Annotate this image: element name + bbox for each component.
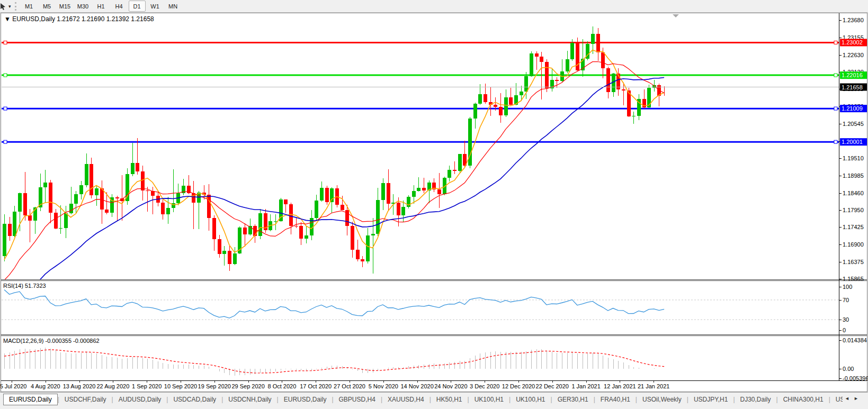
tab-scroll-left-icon[interactable]: ◄ — [843, 393, 852, 401]
date-label: 4 Aug 2020 — [31, 383, 60, 389]
chart-tab-1-usdchf-daily[interactable]: USDCHF,Daily — [59, 394, 112, 405]
price-tick-label: 1.20545 — [843, 121, 864, 127]
chart-tab-15-dj30-daily[interactable]: DJ30,Daily — [735, 394, 776, 405]
chart-canvas[interactable]: ▼ EURUSD,Daily 1.21672 1.21690 1.21392 1… — [0, 0, 868, 409]
rsi-indicator-label: RSI(14) 51.7323 — [3, 283, 46, 289]
hline-anchor[interactable] — [4, 41, 7, 44]
price-tick-label: 1.17950 — [843, 207, 864, 213]
chart-tab-5-eurusd-daily[interactable]: EURUSD,Daily — [279, 394, 332, 405]
date-label: 8 Oct 2020 — [267, 383, 296, 389]
chart-title: ▼ EURUSD,Daily 1.21672 1.21690 1.21392 1… — [4, 15, 154, 23]
macd-indicator-label: MACD(12,26,9) -0.000355 -0.000862 — [3, 338, 100, 344]
chart-tab-4-usdcnh-daily[interactable]: USDCNH,Daily — [223, 394, 276, 405]
date-label: 17 Oct 2020 — [300, 383, 332, 389]
rsi-axis-label: 70 — [843, 297, 849, 303]
chart-tab-16-china300-h1[interactable]: CHINA300,H1 — [778, 394, 829, 405]
chart-tab-6-gbpusd-h4[interactable]: GBPUSD,H4 — [334, 394, 381, 405]
chart-tab-11-ger30-h1[interactable]: GER30,H1 — [552, 394, 594, 405]
price-tick-label: 1.18460 — [843, 190, 864, 196]
chart-tab-14-usdjpy-h1[interactable]: USDJPY,H1 — [688, 394, 733, 405]
price-tag-label: 1.22016 — [842, 72, 863, 78]
date-label: 25 Jul 2020 — [0, 383, 26, 389]
hline-anchor[interactable] — [834, 140, 837, 143]
chart-window — [1, 13, 867, 392]
price-tag-label: 1.20001 — [842, 139, 863, 145]
rsi-axis-label: 30 — [843, 316, 849, 323]
price-tick-label: 1.19510 — [843, 155, 864, 161]
chart-tabs: EURUSD,Daily | USDCHF,Daily | AUDUSD,Dai… — [0, 393, 843, 406]
hline-anchor[interactable] — [4, 140, 7, 143]
hline-anchor[interactable] — [834, 107, 837, 110]
date-label: 12 Jan 2021 — [604, 383, 636, 389]
chart-tab-12-fra40-h1[interactable]: FRA40,H1 — [595, 394, 636, 405]
hline-anchor[interactable] — [834, 41, 837, 44]
price-tick-label: 1.15865 — [843, 276, 864, 282]
chart-tab-7-xauusd-h4[interactable]: XAUUSD,H4 — [382, 394, 429, 405]
hline-anchor[interactable] — [4, 107, 7, 110]
chart-tab-2-audusd-daily[interactable]: AUDUSD,Daily — [113, 394, 167, 405]
date-label: 24 Nov 2020 — [434, 383, 467, 389]
chart-tab-bar: EURUSD,Daily | USDCHF,Daily | AUDUSD,Dai… — [0, 392, 868, 409]
hline-anchor[interactable] — [834, 74, 837, 77]
macd-axis-label: 0.014384 — [843, 337, 867, 343]
date-label: 12 Dec 2020 — [502, 383, 535, 389]
date-label: 5 Nov 2020 — [369, 383, 398, 389]
macd-axis-label: -0.005396 — [843, 375, 868, 381]
date-label: 1 Jan 2021 — [571, 383, 600, 389]
chart-tab-3-usdcad-daily[interactable]: USDCAD,Daily — [168, 394, 221, 405]
rsi-axis-label: 100 — [843, 284, 852, 290]
hline-anchor[interactable] — [4, 74, 7, 77]
price-tick-label: 1.16900 — [843, 241, 864, 248]
price-tick-label: 1.18985 — [843, 172, 864, 179]
price-tick-label: 1.17425 — [843, 224, 864, 230]
chart-tab-9-uk100-h1[interactable]: UK100,H1 — [469, 394, 509, 405]
chart-tab-10-uk100-h1[interactable]: UK100,H1 — [511, 394, 550, 405]
chart-tab-17-usoil-[interactable]: USOil, — [830, 394, 843, 405]
date-label: 19 Sep 2020 — [198, 383, 231, 389]
price-tag-label: 1.21658 — [842, 84, 863, 90]
date-label: 14 Nov 2020 — [400, 383, 433, 389]
date-label: 27 Oct 2020 — [334, 383, 365, 389]
chart-tab-13-usoil-weekly[interactable]: USOil,Weekly — [637, 394, 687, 405]
price-tick-label: 1.23680 — [843, 17, 864, 23]
date-label: 29 Sep 2020 — [231, 383, 264, 389]
date-label: 3 Dec 2020 — [470, 383, 499, 389]
price-tick-label: 1.16375 — [843, 259, 864, 265]
chart-tab-0-eurusd-daily[interactable]: EURUSD,Daily — [3, 394, 58, 405]
tab-scroll-right-icon[interactable]: ► — [852, 393, 861, 401]
price-tag-label: 1.23002 — [842, 39, 863, 46]
date-label: 21 Jan 2021 — [638, 383, 670, 389]
date-label: 22 Aug 2020 — [97, 383, 130, 389]
price-tag-label: 1.21009 — [842, 105, 863, 112]
date-label: 13 Aug 2020 — [63, 383, 96, 389]
macd-axis-label: 0.00 — [843, 366, 854, 372]
date-label: 10 Sep 2020 — [164, 383, 197, 389]
rsi-axis-label: 0 — [843, 327, 846, 333]
date-label: 1 Sep 2020 — [132, 383, 162, 389]
price-tick-label: 1.22630 — [843, 52, 864, 58]
chart-tab-8-hk50-h1[interactable]: HK50,H1 — [431, 394, 468, 405]
date-label: 22 Dec 2020 — [536, 383, 569, 389]
